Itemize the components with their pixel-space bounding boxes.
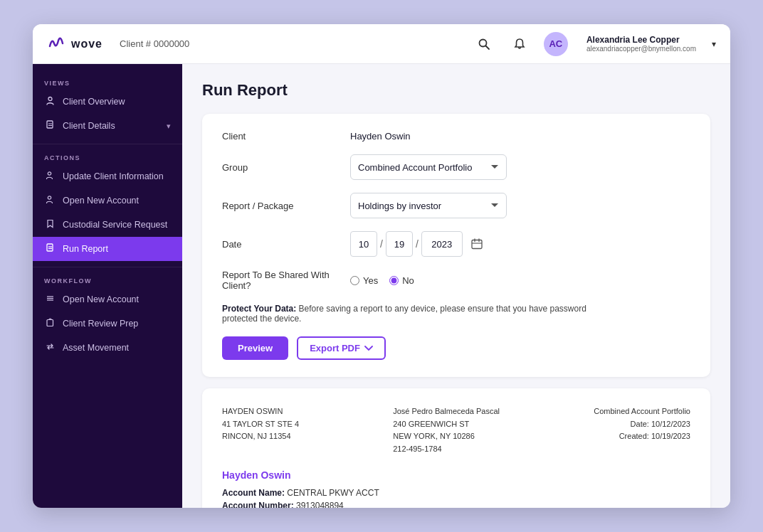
person-icon (44, 96, 56, 107)
sidebar-item-update-client[interactable]: Update Client Information (33, 164, 182, 188)
user-info: Alexandria Lee Copper alexandriacopper@b… (586, 35, 696, 53)
user-dropdown-arrow[interactable]: ▾ (712, 39, 716, 49)
protect-notice: Protect Your Data: Before saving a repor… (222, 304, 592, 324)
report-icon (44, 243, 56, 255)
preview-button[interactable]: Preview (222, 336, 288, 360)
account-name-label: Account Name: (222, 488, 285, 498)
group-row: Group Combined Account PortfolioIndividu… (222, 154, 690, 180)
client-value: Hayden Oswin (350, 131, 411, 142)
page-title: Run Report (202, 81, 710, 100)
actions-section-label: ACTIONS (33, 150, 182, 164)
client-address-line2: 41 TAYLOR ST STE 4 (222, 418, 299, 431)
svg-rect-8 (47, 244, 53, 251)
sidebar-item-label: Open New Account (63, 294, 171, 304)
person-edit-icon (44, 171, 56, 182)
svg-rect-14 (47, 320, 53, 326)
account-name-row: Account Name: CENTRAL PKWY ACCT (222, 488, 690, 498)
sidebar-item-client-overview[interactable]: Client Overview (33, 90, 182, 114)
list-icon (44, 294, 56, 305)
shared-no-option[interactable]: No (389, 275, 414, 286)
date-year-input[interactable] (421, 231, 463, 257)
svg-rect-3 (47, 121, 53, 128)
account-number-label-1: Account Number: (222, 501, 294, 508)
group-select[interactable]: Combined Account PortfolioIndividualJoin… (350, 154, 507, 180)
avatar[interactable]: AC (544, 32, 568, 56)
client-row: Client Hayden Oswin (222, 131, 690, 142)
advisor-name: José Pedro Balmeceda Pascal (393, 405, 500, 418)
sidebar-item-label: Client Overview (63, 97, 171, 107)
sidebar-item-label: Open New Account (63, 196, 171, 206)
svg-rect-15 (472, 240, 482, 249)
group-label: Group (222, 162, 350, 173)
sidebar-item-workflow-open-account[interactable]: Open New Account (33, 287, 182, 312)
report-meta-block: Combined Account Portfolio Date: 10/12/2… (594, 405, 690, 455)
svg-point-6 (48, 172, 51, 175)
shared-yes-radio[interactable] (350, 276, 359, 285)
svg-point-2 (48, 97, 52, 101)
sidebar-item-label: Run Report (63, 244, 171, 254)
account-name-value-text: CENTRAL PKWY ACCT (287, 488, 379, 498)
report-created-meta: Created: 10/19/2023 (594, 430, 690, 443)
client-id: Client # 0000000 (120, 38, 189, 49)
client-address-line1: HAYDEN OSWIN (222, 405, 299, 418)
export-pdf-label: Export PDF (310, 343, 360, 353)
advisor-city: NEW YORK, NY 10286 (393, 430, 500, 443)
advisor-phone: 212-495-1784 (393, 443, 500, 456)
report-client-name[interactable]: Hayden Oswin (222, 469, 690, 481)
report-type-meta: Combined Account Portfolio (594, 405, 690, 418)
report-package-label: Report / Package (222, 201, 350, 211)
transfer-icon (44, 342, 56, 353)
calendar-button[interactable] (465, 233, 488, 255)
user-email: alexandriacopper@bnymellon.com (586, 45, 696, 53)
report-date-meta: Date: 10/12/2023 (594, 418, 690, 431)
sidebar-item-client-review[interactable]: Client Review Prep (33, 312, 182, 336)
report-preview: HAYDEN OSWIN 41 TAYLOR ST STE 4 RINCON, … (202, 388, 710, 508)
document-icon (44, 120, 56, 132)
date-label: Date (222, 239, 350, 250)
logo-icon (47, 33, 67, 55)
advisor-street: 240 GREENWICH ST (393, 418, 500, 431)
shared-radio-group: Yes No (350, 275, 414, 286)
date-month-input[interactable] (350, 231, 377, 257)
date-inputs: / / (350, 231, 488, 257)
shared-yes-label: Yes (363, 275, 378, 286)
export-dropdown-icon (364, 343, 373, 353)
svg-line-1 (485, 46, 489, 49)
report-header: HAYDEN OSWIN 41 TAYLOR ST STE 4 RINCON, … (222, 405, 690, 455)
logo-text: wove (71, 38, 102, 50)
sidebar: VIEWS Client Overview Client Details ▾ A… (33, 64, 182, 508)
chevron-down-icon: ▾ (167, 122, 171, 131)
shared-no-radio[interactable] (389, 276, 399, 285)
export-pdf-button[interactable]: Export PDF (297, 336, 386, 360)
sidebar-item-label: Client Review Prep (63, 319, 171, 329)
sidebar-item-label: Client Details (63, 121, 159, 131)
date-day-input[interactable] (386, 231, 413, 257)
add-person-icon (44, 195, 56, 206)
clipboard-icon (44, 318, 56, 329)
shared-yes-option[interactable]: Yes (350, 275, 378, 286)
views-section-label: VIEWS (33, 75, 182, 90)
acct-num-1: 3913048894 (296, 501, 344, 508)
sidebar-item-custodial[interactable]: Custodial Service Request (33, 213, 182, 237)
client-address-line3: RINCON, NJ 11354 (222, 430, 299, 443)
date-row: Date / / (222, 231, 690, 257)
sidebar-item-client-details[interactable]: Client Details ▾ (33, 114, 182, 138)
sidebar-item-asset-movement[interactable]: Asset Movement (33, 336, 182, 360)
report-select[interactable]: Holdings by investorPerformance SummaryA… (350, 193, 507, 218)
workflow-section-label: WORKFLOW (33, 273, 182, 287)
bookmark-icon (44, 219, 56, 230)
logo: wove (47, 33, 102, 55)
shared-no-label: No (402, 275, 414, 286)
notifications-button[interactable] (508, 33, 531, 55)
run-report-form: Client Hayden Oswin Group Combined Accou… (202, 114, 710, 377)
app-header: wove Client # 0000000 AC Alexandria Lee … (33, 24, 730, 64)
sidebar-item-open-account[interactable]: Open New Account (33, 188, 182, 213)
account-number-row-1: Account Number: 3913048894 (222, 501, 690, 508)
search-button[interactable] (473, 33, 495, 55)
client-label: Client (222, 131, 350, 142)
sidebar-item-run-report[interactable]: Run Report (33, 237, 182, 261)
shared-row: Report To Be Shared With Client? Yes No (222, 270, 690, 291)
sidebar-item-label: Update Client Information (63, 171, 171, 181)
date-separator-2: / (416, 238, 419, 250)
sidebar-item-label: Asset Movement (63, 343, 171, 353)
